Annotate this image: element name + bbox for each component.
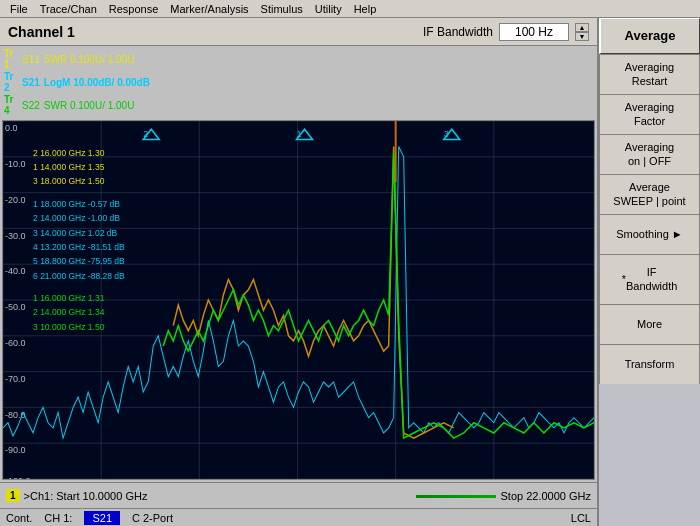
svg-text:1  16.000 GHz      1.31: 1 16.000 GHz 1.31 [33, 293, 105, 303]
right-panel: Average AveragingRestart AveragingFactor… [597, 18, 700, 526]
btn-averaging-restart[interactable]: AveragingRestart [599, 54, 700, 94]
btn-average[interactable]: Average [599, 18, 700, 54]
bottom-stop-text: Stop 22.0000 GHz [500, 490, 591, 502]
if-bw-down[interactable]: ▼ [575, 32, 589, 41]
sweep-number: 1 [6, 489, 20, 502]
menu-marker-analysis[interactable]: Marker/Analysis [164, 2, 254, 16]
trace4-num: Tr 4 [4, 94, 18, 116]
trace2-num: Tr 2 [4, 71, 18, 93]
status-trace-name[interactable]: S21 [84, 511, 120, 525]
status-line: Cont. CH 1: S21 C 2-Port LCL [0, 508, 597, 526]
btn-transform[interactable]: Transform [599, 344, 700, 384]
if-bw-asterisk: * [622, 273, 626, 286]
bottom-start-text: >Ch1: Start 10.0000 GHz [24, 490, 413, 502]
menubar: File Trace/Chan Response Marker/Analysis… [0, 0, 700, 18]
chart-container: 0.0 -10.0 -20.0 -30.0 -40.0 -50.0 -60.0 … [2, 120, 595, 480]
svg-text:6  21.000 GHz -88.28 dB: 6 21.000 GHz -88.28 dB [33, 270, 125, 280]
menu-file[interactable]: File [4, 2, 34, 16]
channel-title: Channel 1 [8, 24, 75, 40]
main-layout: Channel 1 IF Bandwidth 100 Hz ▲ ▼ Tr 1 S… [0, 18, 700, 526]
svg-text:5  18.800 GHz -75.95 dB: 5 18.800 GHz -75.95 dB [33, 256, 125, 266]
trace-info: Tr 1 S11 SWR 0.100U/ 1.00U Tr 2 S21 LogM… [0, 46, 597, 118]
header-bar: Channel 1 IF Bandwidth 100 Hz ▲ ▼ [0, 18, 597, 46]
svg-text:2  14.000 GHz  -1.00 dB: 2 14.000 GHz -1.00 dB [33, 213, 120, 223]
btn-more[interactable]: More [599, 304, 700, 344]
btn-average-sweep-point[interactable]: AverageSWEEP | point [599, 174, 700, 214]
chart-area: Channel 1 IF Bandwidth 100 Hz ▲ ▼ Tr 1 S… [0, 18, 597, 526]
svg-text:-60.0: -60.0 [5, 338, 26, 348]
trace4-params: SWR 0.100U/ 1.00U [44, 100, 135, 111]
trace1-name: S11 [22, 54, 40, 65]
svg-text:-100.0: -100.0 [5, 476, 31, 479]
menu-trace-chan[interactable]: Trace/Chan [34, 2, 103, 16]
menu-help[interactable]: Help [348, 2, 383, 16]
svg-text:-50.0: -50.0 [5, 302, 26, 312]
svg-text:-30.0: -30.0 [5, 231, 26, 241]
trace1-params: SWR 0.100U/ 1.00U [44, 54, 135, 65]
btn-smoothing[interactable]: Smoothing ► [599, 214, 700, 254]
if-bandwidth-label: IF Bandwidth [423, 25, 493, 39]
right-panel-spacer [599, 384, 700, 526]
bottom-bar: 1 >Ch1: Start 10.0000 GHz Stop 22.0000 G… [0, 482, 597, 508]
status-cont: Cont. [6, 512, 32, 524]
menu-response[interactable]: Response [103, 2, 165, 16]
trace-row-1: Tr 1 S11 SWR 0.100U/ 1.00U [4, 48, 593, 70]
svg-text:-10.0: -10.0 [5, 159, 26, 169]
trace2-params: LogM 10.00dB/ 0.00dB [44, 77, 150, 88]
svg-text:0.0: 0.0 [5, 123, 18, 133]
menu-stimulus[interactable]: Stimulus [255, 2, 309, 16]
svg-text:-90.0: -90.0 [5, 445, 26, 455]
if-bandwidth-area: IF Bandwidth 100 Hz ▲ ▼ [423, 23, 589, 41]
status-lcl: LCL [571, 512, 591, 524]
svg-text:1  18.000 GHz  -0.57 dB: 1 18.000 GHz -0.57 dB [33, 199, 120, 209]
chart-svg: 0.0 -10.0 -20.0 -30.0 -40.0 -50.0 -60.0 … [3, 121, 594, 479]
svg-text:3  18.000 GHz      1.50: 3 18.000 GHz 1.50 [33, 176, 105, 186]
btn-if-bandwidth[interactable]: * IFBandwidth [599, 254, 700, 304]
if-bw-up[interactable]: ▲ [575, 23, 589, 32]
svg-text:2  14.000 GHz      1.34: 2 14.000 GHz 1.34 [33, 307, 105, 317]
if-bandwidth-value[interactable]: 100 Hz [499, 23, 569, 41]
trace-row-4: Tr 4 S22 SWR 0.100U/ 1.00U [4, 94, 593, 116]
svg-text:3  10.000 GHz      1.50: 3 10.000 GHz 1.50 [33, 322, 105, 332]
svg-text:-20.0: -20.0 [5, 195, 26, 205]
status-cal: C 2-Port [132, 512, 173, 524]
status-ch1: CH 1: [44, 512, 72, 524]
btn-averaging-factor[interactable]: AveragingFactor [599, 94, 700, 134]
svg-text:3  14.000 GHz   1.02 dB: 3 14.000 GHz 1.02 dB [33, 227, 117, 237]
trace1-num: Tr 1 [4, 48, 18, 70]
trace-row-active: Tr 2 S21 LogM 10.00dB/ 0.00dB [4, 71, 593, 93]
trace4-name: S22 [22, 100, 40, 111]
svg-text:2  16.000 GHz      1.30: 2 16.000 GHz 1.30 [33, 148, 105, 158]
svg-text:4  13.200 GHz -81.51 dB: 4 13.200 GHz -81.51 dB [33, 242, 125, 252]
svg-text:-70.0: -70.0 [5, 374, 26, 384]
svg-text:-40.0: -40.0 [5, 266, 26, 276]
svg-text:1  14.000 GHz      1.35: 1 14.000 GHz 1.35 [33, 162, 105, 172]
svg-text:2: 2 [143, 129, 148, 139]
svg-text:3: 3 [444, 129, 449, 139]
trace2-name: S21 [22, 77, 40, 88]
svg-text:1: 1 [296, 129, 301, 139]
btn-averaging-on-off[interactable]: Averagingon | OFF [599, 134, 700, 174]
if-bandwidth-scroll[interactable]: ▲ ▼ [575, 23, 589, 41]
menu-utility[interactable]: Utility [309, 2, 348, 16]
